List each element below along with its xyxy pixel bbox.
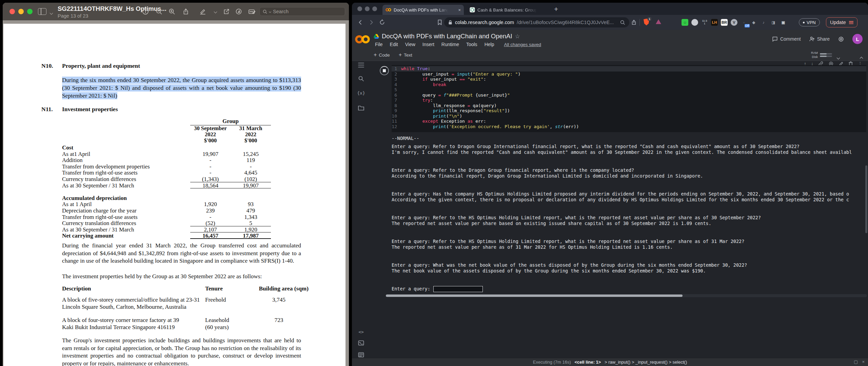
tab-chatgpt[interactable]: Cash & Bank Balances: Group xyxy=(467,5,544,15)
share-icon[interactable] xyxy=(182,7,190,16)
colab-favicon xyxy=(386,8,391,12)
settings-gear-icon[interactable] xyxy=(838,36,844,42)
menu-help[interactable]: Help xyxy=(485,42,494,47)
info-icon[interactable] xyxy=(141,7,150,16)
menu-view[interactable]: View xyxy=(405,42,415,47)
vertical-scrollbar-thumb[interactable] xyxy=(865,165,867,233)
wallet-extension[interactable]: ▣ xyxy=(780,19,787,26)
save-status-link[interactable]: All changes saved xyxy=(504,42,541,47)
maximize-traffic-light-inactive[interactable] xyxy=(372,6,377,11)
smiley-extension[interactable]: ☺ xyxy=(682,19,688,26)
sidebar-chevron-icon[interactable] xyxy=(50,9,53,16)
tab-colab[interactable]: DocQA with PDFs with LangCha × xyxy=(382,5,464,15)
highlighter-icon[interactable] xyxy=(199,7,207,16)
maximize-traffic-light[interactable] xyxy=(27,9,33,14)
menu-tools[interactable]: Tools xyxy=(466,42,477,47)
zoom-in-icon[interactable] xyxy=(168,7,176,16)
code-editor[interactable]: 1while True:2 user_input = input("Enter … xyxy=(392,65,866,132)
notebook-toolbar: +Code +Text RAM Disk xyxy=(352,49,868,61)
tab-close-icon[interactable]: × xyxy=(458,7,461,13)
menu-file[interactable]: File xyxy=(375,42,383,47)
horizontal-scrollbar[interactable] xyxy=(386,294,867,297)
add-text-button[interactable]: +Text xyxy=(399,52,412,58)
search-icon xyxy=(263,9,267,14)
query-line: Enter a query: Refer to the HS Optimus H… xyxy=(392,239,867,245)
code-snippets-icon[interactable]: <> xyxy=(357,328,365,336)
table-row xyxy=(62,188,301,195)
document-title: SG221114OTHRKF8W_Hs Optimus... xyxy=(58,5,166,13)
resource-monitor[interactable]: RAM Disk xyxy=(811,51,832,59)
menu-insert[interactable]: Insert xyxy=(422,42,434,47)
menu-edit[interactable]: Edit xyxy=(390,42,398,47)
notebook-title[interactable]: DocQA with PDFs with LangChain and OpenA… xyxy=(382,33,512,40)
menu-runtime[interactable]: Runtime xyxy=(441,42,459,47)
close-traffic-light-inactive[interactable] xyxy=(357,6,362,11)
user-avatar[interactable]: L xyxy=(852,34,863,44)
files-icon[interactable] xyxy=(357,104,365,112)
minimize-traffic-light-inactive[interactable] xyxy=(365,6,370,11)
search-scope-chevron-icon xyxy=(269,10,271,13)
colab-logo[interactable] xyxy=(355,34,370,46)
section-heading-investment: Investment properties xyxy=(62,106,118,113)
sidebar-toggle-icon[interactable] xyxy=(38,8,46,15)
query-answer-block: Enter a query: Has the company HS Optimu… xyxy=(392,191,867,203)
chatgpt-favicon xyxy=(470,7,475,13)
toolbar-divider xyxy=(639,19,640,26)
playlist-extension[interactable]: ♪ xyxy=(760,19,767,26)
clock-extension[interactable]: 11:31 xyxy=(701,19,708,26)
paragraph-held: The investment properties held by the Gr… xyxy=(62,273,301,281)
cell-output: --NORMAL-- Enter a query: Refer to Drago… xyxy=(392,136,867,292)
sidebar-extension[interactable]: ◨ xyxy=(770,19,777,26)
share-page-icon[interactable] xyxy=(629,18,638,27)
new-tab-button[interactable]: + xyxy=(553,4,559,15)
code-line: 4 break xyxy=(392,82,866,87)
back-icon[interactable] xyxy=(356,18,365,27)
preview-search-field[interactable]: Search xyxy=(259,7,345,16)
update-button[interactable]: Update xyxy=(826,17,857,27)
zoom-search-icon[interactable] xyxy=(620,20,625,25)
star-icon[interactable]: ☆ xyxy=(515,33,520,40)
collapse-sections-icon[interactable] xyxy=(860,55,863,61)
share-button[interactable]: Share xyxy=(809,36,830,42)
properties-table-header: Description Tenure Building area (sqm) xyxy=(62,285,309,292)
highlighter-chevron-icon[interactable] xyxy=(211,7,219,16)
table-of-contents-icon[interactable] xyxy=(357,61,365,69)
add-code-button[interactable]: +Code xyxy=(374,52,390,58)
status-layout-icon[interactable]: ▢ xyxy=(854,359,858,364)
status-close-icon[interactable]: × xyxy=(862,359,865,364)
find-replace-icon[interactable] xyxy=(357,75,365,83)
bookmark-icon[interactable] xyxy=(435,18,444,27)
address-field[interactable]: colab.research.google.com/drive/1uBofocv… xyxy=(444,17,629,27)
reload-icon[interactable] xyxy=(378,18,387,27)
comment-icon xyxy=(772,36,778,42)
query-answer-block: Enter a query: Refer to the HS Optimus H… xyxy=(392,215,867,227)
properties-table-rows: A block of five-storey commercial/office… xyxy=(62,296,309,331)
lh-extension[interactable]: LH xyxy=(711,19,718,26)
brave-rewards-icon[interactable] xyxy=(656,19,661,24)
br-extension[interactable]: BR xyxy=(721,19,728,26)
form-fill-icon[interactable] xyxy=(248,7,256,16)
markup-pen-icon[interactable] xyxy=(235,7,243,16)
command-palette-icon[interactable] xyxy=(357,339,365,347)
close-traffic-light[interactable] xyxy=(9,9,15,14)
onion-extension[interactable] xyxy=(691,19,698,26)
table-row: Currency translation differences(1,343)(… xyxy=(62,176,301,182)
tab-strip: DocQA with PDFs with LangCha × Cash & Ba… xyxy=(352,3,868,15)
ninja-extension[interactable]: ●Off xyxy=(741,19,747,26)
menu-hamburger-icon[interactable] xyxy=(849,21,853,24)
window-title-block: SG221114OTHRKF8W_Hs Optimus... Page 13 o… xyxy=(58,5,166,19)
resource-chevron-icon[interactable] xyxy=(837,54,840,60)
minimize-traffic-light[interactable] xyxy=(18,9,24,14)
vpn-button[interactable]: VPN xyxy=(799,18,820,26)
variables-icon[interactable]: {x} xyxy=(357,89,365,97)
export-icon[interactable] xyxy=(222,7,231,16)
query-input-field[interactable] xyxy=(433,286,483,292)
comment-button[interactable]: Comment xyxy=(772,36,801,42)
forward-icon[interactable] xyxy=(367,18,376,27)
v-extension[interactable]: V xyxy=(731,19,737,26)
table-column-header: 31 March2022$'000 xyxy=(231,125,271,144)
stop-execution-button[interactable] xyxy=(380,66,389,75)
zoom-out-icon[interactable] xyxy=(155,7,163,16)
puzzle-extension[interactable]: ◆ xyxy=(750,19,757,26)
horizontal-scrollbar-thumb[interactable] xyxy=(386,294,683,297)
